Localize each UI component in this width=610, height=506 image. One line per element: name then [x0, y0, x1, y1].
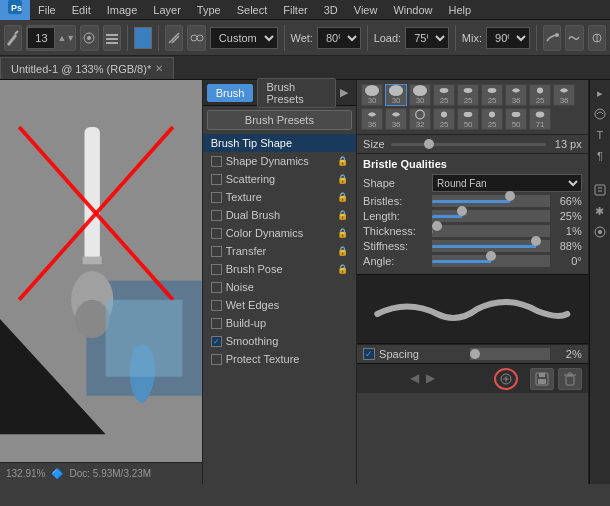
protect-texture-checkbox[interactable] — [211, 354, 222, 365]
build-up-checkbox[interactable] — [211, 318, 222, 329]
menu-select[interactable]: Select — [229, 0, 276, 20]
menu-file[interactable]: File — [30, 0, 64, 20]
spacing-checkbox[interactable]: ✓ — [363, 348, 375, 360]
brush-swatch[interactable]: 25 — [433, 84, 455, 106]
brush-preset-icon[interactable] — [80, 25, 98, 51]
toolbar: 13 ▲▼ Custom Wet: 80% Load: 75% Mix: 90% — [0, 20, 610, 56]
brush-tab[interactable]: Brush — [207, 84, 254, 102]
brush-swatch[interactable]: 36 — [361, 108, 383, 130]
nav-scattering[interactable]: Scattering 🔒 — [203, 170, 356, 188]
panel-menu-icon[interactable]: ▶ — [340, 86, 352, 100]
canvas-content[interactable] — [0, 80, 202, 462]
noise-checkbox[interactable] — [211, 282, 222, 293]
scattering-checkbox[interactable] — [211, 174, 222, 185]
brush-swatch[interactable]: 25 — [481, 84, 503, 106]
texture-checkbox[interactable] — [211, 192, 222, 203]
create-new-brush-icon[interactable] — [494, 368, 518, 390]
nav-smoothing[interactable]: ✓ Smoothing — [203, 332, 356, 350]
brush-swatch[interactable]: 25 — [481, 108, 503, 130]
brush-tool-icon[interactable] — [4, 25, 22, 51]
color-dynamics-checkbox[interactable] — [211, 228, 222, 239]
transfer-checkbox[interactable] — [211, 246, 222, 257]
right-panel-btn-6[interactable]: ✱ — [591, 202, 609, 220]
brush-size-icon[interactable]: 13 ▲▼ — [26, 25, 76, 51]
right-panel-btn-4[interactable]: ¶ — [591, 147, 609, 165]
shape-select[interactable]: Round Fan — [432, 174, 582, 192]
nav-build-up[interactable]: Build-up — [203, 314, 356, 332]
brush-preview-svg — [357, 279, 588, 339]
preset-dropdown[interactable]: Custom — [210, 27, 278, 49]
color-swatch[interactable] — [134, 27, 152, 49]
menu-help[interactable]: Help — [441, 0, 480, 20]
smoothing-icon[interactable] — [565, 25, 583, 51]
right-panel-btn-3[interactable]: T — [591, 126, 609, 144]
menu-type[interactable]: Type — [189, 0, 229, 20]
load-select[interactable]: 75% — [405, 27, 449, 49]
airbrush-icon[interactable] — [543, 25, 561, 51]
nav-protect-texture[interactable]: Protect Texture — [203, 350, 356, 368]
nav-noise[interactable]: Noise — [203, 278, 356, 296]
mix-select[interactable]: 90% — [486, 27, 530, 49]
bristles-slider[interactable] — [432, 195, 550, 207]
nav-transfer[interactable]: Transfer 🔒 — [203, 242, 356, 260]
brush-swatch[interactable]: 25 — [457, 84, 479, 106]
brush-size-input[interactable]: 13 — [27, 27, 55, 49]
scroll-left-icon[interactable]: ◀ — [410, 371, 426, 387]
mode-icon2[interactable] — [187, 25, 205, 51]
right-panel-btn-1[interactable]: ▸ — [591, 84, 609, 102]
brush-swatch[interactable]: 71 — [529, 108, 551, 130]
save-brush-icon[interactable] — [530, 368, 554, 390]
menu-filter[interactable]: Filter — [275, 0, 315, 20]
brush-swatch[interactable]: 36 — [553, 84, 575, 106]
brush-swatch[interactable]: 25 — [433, 108, 455, 130]
menu-3d[interactable]: 3D — [316, 0, 346, 20]
tab-close-btn[interactable]: ✕ — [155, 58, 163, 80]
mode-normal-icon[interactable] — [165, 25, 183, 51]
brush-swatch[interactable]: 32 — [409, 108, 431, 130]
brush-swatch[interactable]: 30 — [409, 84, 431, 106]
brush-swatch[interactable]: 36 — [505, 84, 527, 106]
shape-dynamics-checkbox[interactable] — [211, 156, 222, 167]
build-up-label: Build-up — [226, 317, 266, 329]
right-panel-btn-5[interactable] — [591, 181, 609, 199]
brush-swatch[interactable]: 50 — [457, 108, 479, 130]
nav-wet-edges[interactable]: Wet Edges — [203, 296, 356, 314]
size-label: Size — [363, 138, 384, 150]
wet-select[interactable]: 80% — [317, 27, 361, 49]
pressure-icon[interactable] — [588, 25, 606, 51]
scroll-right-icon[interactable]: ▶ — [426, 371, 442, 387]
brush-presets-tab[interactable]: Brush Presets — [257, 78, 335, 108]
menu-ps[interactable]: Ps — [0, 0, 30, 20]
wet-edges-checkbox[interactable] — [211, 300, 222, 311]
spacing-slider[interactable] — [470, 348, 550, 360]
brush-swatch[interactable]: 30 — [361, 84, 383, 106]
menu-view[interactable]: View — [346, 0, 386, 20]
delete-brush-icon[interactable] — [558, 368, 582, 390]
menu-edit[interactable]: Edit — [64, 0, 99, 20]
nav-color-dynamics[interactable]: Color Dynamics 🔒 — [203, 224, 356, 242]
brush-presets-button[interactable]: Brush Presets — [207, 110, 352, 130]
nav-shape-dynamics[interactable]: Shape Dynamics 🔒 — [203, 152, 356, 170]
nav-texture[interactable]: Texture 🔒 — [203, 188, 356, 206]
nav-brush-pose[interactable]: Brush Pose 🔒 — [203, 260, 356, 278]
nav-dual-brush[interactable]: Dual Brush 🔒 — [203, 206, 356, 224]
brush-options-icon[interactable] — [103, 25, 121, 51]
length-slider[interactable] — [432, 210, 550, 222]
angle-slider[interactable] — [432, 255, 550, 267]
menu-image[interactable]: Image — [99, 0, 146, 20]
smoothing-checkbox[interactable]: ✓ — [211, 336, 222, 347]
right-panel-btn-7[interactable] — [591, 223, 609, 241]
right-panel: ▸ T ¶ ✱ — [589, 80, 610, 484]
menu-window[interactable]: Window — [385, 0, 440, 20]
dual-brush-checkbox[interactable] — [211, 210, 222, 221]
brush-pose-checkbox[interactable] — [211, 264, 222, 275]
brush-swatch[interactable]: 36 — [385, 108, 407, 130]
document-tab[interactable]: Untitled-1 @ 133% (RGB/8)* ✕ — [0, 57, 174, 79]
brush-swatch[interactable]: 50 — [505, 108, 527, 130]
menu-layer[interactable]: Layer — [145, 0, 189, 20]
nav-brush-tip-shape[interactable]: Brush Tip Shape — [203, 134, 356, 152]
brush-swatch[interactable]: 25 — [529, 84, 551, 106]
right-panel-btn-2[interactable] — [591, 105, 609, 123]
brush-swatch[interactable]: 30 — [385, 84, 407, 106]
thickness-slider[interactable] — [432, 225, 550, 237]
